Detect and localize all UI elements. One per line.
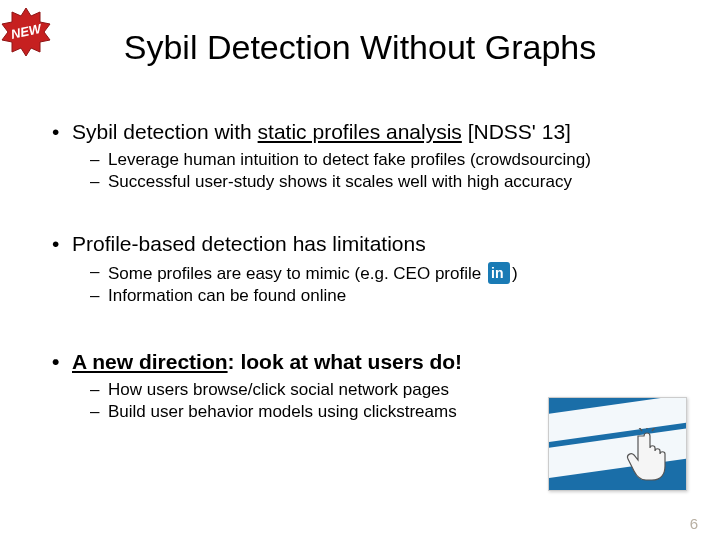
slide-title: Sybil Detection Without Graphs bbox=[0, 28, 720, 67]
bullet-group-1: Sybil detection with static profiles ana… bbox=[50, 120, 670, 192]
bullet-1: Sybil detection with static profiles ana… bbox=[50, 120, 670, 144]
sub-bullet-inline: Some profiles are easy to mimic (e.g. CE… bbox=[90, 262, 670, 284]
svg-line-3 bbox=[638, 428, 642, 431]
bullet-group-2: Profile-based detection has limitations … bbox=[50, 232, 670, 306]
bullet-3-underline: A new direction bbox=[72, 350, 228, 373]
slide-body: Sybil detection with static profiles ana… bbox=[50, 120, 670, 424]
bullet-1-pre: Sybil detection with bbox=[72, 120, 258, 143]
slide: NEW Sybil Detection Without Graphs Sybil… bbox=[0, 0, 720, 540]
bullet-2: Profile-based detection has limitations bbox=[50, 232, 670, 256]
page-number: 6 bbox=[690, 515, 698, 532]
sub-inline-post: ) bbox=[512, 264, 518, 283]
bullet-3: A new direction: look at what users do! bbox=[50, 350, 670, 374]
svg-text:in: in bbox=[491, 265, 503, 281]
sub-bullet: Leverage human intuition to detect fake … bbox=[90, 150, 670, 170]
sub-inline-pre: Some profiles are easy to mimic (e.g. CE… bbox=[108, 264, 486, 283]
sub-bullet: Successful user-study shows it scales we… bbox=[90, 172, 670, 192]
clickstream-image bbox=[548, 397, 687, 491]
linkedin-icon: in bbox=[488, 262, 510, 284]
sub-bullet: Information can be found online bbox=[90, 286, 670, 306]
hand-cursor-icon bbox=[624, 428, 674, 484]
svg-line-5 bbox=[652, 428, 656, 431]
bullet-1-post: [NDSS' 13] bbox=[462, 120, 571, 143]
bullet-1-underline: static profiles analysis bbox=[258, 120, 462, 143]
bullet-3-post: : look at what users do! bbox=[228, 350, 463, 373]
